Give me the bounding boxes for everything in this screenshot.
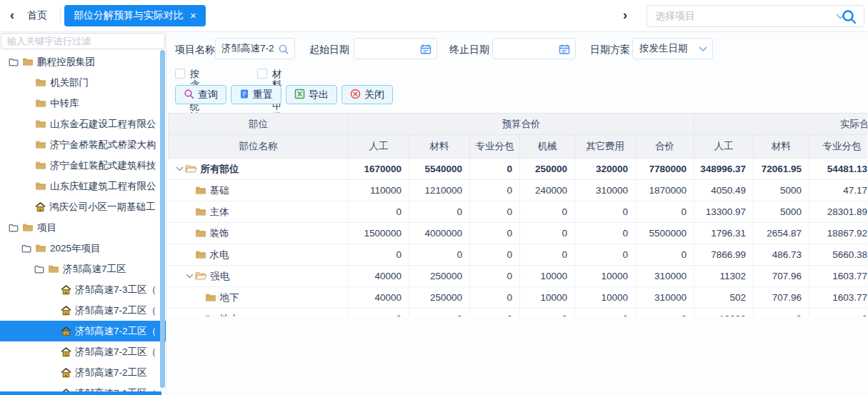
tree-item-label: 济邹高速7-2工区（ xyxy=(75,304,156,317)
tree-item[interactable]: 山东庆虹建筑工程有限公 xyxy=(0,176,166,196)
chevron-down-icon[interactable] xyxy=(699,46,707,52)
table-row[interactable]: 装饰1500000400000000055000001796.312654.87… xyxy=(169,223,868,244)
value-cell: 0 xyxy=(575,309,636,317)
value-cell: 0 xyxy=(470,180,520,201)
tree-item-label: 济邹高速7-2工区（ xyxy=(75,346,156,359)
tree-item-label: 2025年项目 xyxy=(50,242,101,255)
value-cell: 0 xyxy=(636,244,694,266)
tab-home[interactable]: 首页 xyxy=(27,9,47,22)
tree-item[interactable]: 济邹高速7工区 xyxy=(0,259,166,279)
collapse-caret-icon[interactable] xyxy=(174,166,185,171)
close-circle-icon xyxy=(350,89,361,101)
export-button-label: 导出 xyxy=(309,89,329,101)
tree-item[interactable]: 济邹高速7-2工区（ xyxy=(0,300,166,321)
table-row[interactable]: 地上0000001000000 xyxy=(169,309,868,317)
calendar-icon[interactable] xyxy=(559,44,570,55)
reset-button[interactable]: 重置 xyxy=(231,85,281,104)
value-cell: 10000 xyxy=(520,266,575,287)
tree-item-partial[interactable] xyxy=(0,391,161,395)
date-plan-select[interactable]: 按发生日期 xyxy=(632,38,713,59)
value-cell: 0 xyxy=(636,201,694,223)
calendar-icon[interactable] xyxy=(420,44,431,55)
value-cell: 310000 xyxy=(636,266,694,287)
tree-item[interactable]: 山东金石建设工程有限公 xyxy=(0,114,166,134)
value-cell: 47.17 xyxy=(809,180,867,201)
tree-filter-input[interactable] xyxy=(1,33,165,49)
expander-folder-icon[interactable] xyxy=(9,58,19,66)
column-header: 专业分包 xyxy=(470,135,520,159)
value-cell: 1796.31 xyxy=(694,223,754,244)
tree-item[interactable]: 2025年项目 xyxy=(0,238,166,259)
folder-icon xyxy=(195,250,206,259)
value-cell: 0 xyxy=(409,244,470,266)
part-name-label: 强电 xyxy=(211,270,230,283)
value-cell: 1603.77 xyxy=(809,266,867,287)
tree-item[interactable]: 中转库 xyxy=(0,93,166,114)
expander-folder-icon[interactable] xyxy=(34,265,44,274)
part-name-label: 地上 xyxy=(220,313,239,317)
start-date-input[interactable] xyxy=(354,38,437,59)
tax-included-checkbox[interactable] xyxy=(175,69,185,79)
value-cell: 0 xyxy=(349,244,409,266)
table-row[interactable]: 强电400002500000100001000031000011302707.9… xyxy=(169,266,868,287)
start-date-label: 起始日期 xyxy=(309,44,349,56)
part-name-label: 基础 xyxy=(210,184,229,197)
value-cell: 707.96 xyxy=(754,266,809,287)
tree-item[interactable]: 鹏程控股集团 xyxy=(0,51,166,72)
value-cell: 0 xyxy=(520,244,575,266)
value-cell: 0 xyxy=(636,309,694,317)
close-button[interactable]: 关闭 xyxy=(341,85,393,104)
expander-folder-icon[interactable] xyxy=(9,224,19,232)
material-supplied-checkbox[interactable] xyxy=(257,69,267,79)
value-cell: 5540000 xyxy=(409,159,470,180)
tab-active-budget-compare[interactable]: 部位分解预算与实际对比 × xyxy=(64,5,206,26)
table-row[interactable]: 基础1100001210000024000031000018700004050.… xyxy=(169,180,868,201)
value-cell: 54481.13 xyxy=(809,159,867,180)
value-cell: 0 xyxy=(349,201,409,223)
project-select[interactable]: 选择项目 xyxy=(647,5,864,27)
value-cell: 320000 xyxy=(575,159,636,180)
part-name-label: 地下 xyxy=(220,291,239,304)
tree-item[interactable]: 济宁金桥装配式桥梁大构 xyxy=(0,134,166,155)
close-tab-icon[interactable]: × xyxy=(190,11,196,21)
tree-item[interactable]: 济邹高速7-2工区（ xyxy=(0,321,166,341)
value-cell: 1870000 xyxy=(636,180,694,201)
value-cell: 72061.95 xyxy=(754,159,809,180)
value-cell: 250000 xyxy=(409,266,470,287)
end-date-input[interactable] xyxy=(492,38,576,59)
search-icon[interactable] xyxy=(841,9,857,25)
home-icon xyxy=(61,285,71,295)
value-cell: 0 xyxy=(754,309,809,317)
table-row[interactable]: 水电0000007866.99486.735660.38 xyxy=(169,244,868,266)
tree-item[interactable]: 机关部门 xyxy=(0,72,166,93)
value-cell: 7866.99 xyxy=(694,244,754,266)
tree-item-label: 济邹高速7工区 xyxy=(63,263,126,276)
tree-item[interactable]: 济邹高速7-3工区（ xyxy=(0,279,166,300)
query-button[interactable]: 查询 xyxy=(175,85,226,104)
value-cell: 1210000 xyxy=(409,180,470,201)
column-header: 其它费用 xyxy=(575,135,636,159)
project-name-input[interactable] xyxy=(215,38,295,59)
table-row[interactable]: 主体00000013300.97500028301.89 xyxy=(169,201,868,223)
table-row[interactable]: 地下4000025000001000010000310000502707.961… xyxy=(169,287,868,309)
tree-item[interactable]: 济邹高速7-2工区（ xyxy=(0,341,166,362)
part-name-cell: 所有部位 xyxy=(169,159,349,180)
value-cell: 310000 xyxy=(575,180,636,201)
search-icon[interactable] xyxy=(278,44,289,55)
value-cell: 10000 xyxy=(575,287,636,309)
column-header: 人工 xyxy=(349,135,409,159)
export-button[interactable]: 导出 xyxy=(286,85,337,104)
tree-item[interactable]: 项目 xyxy=(0,217,166,238)
part-name-cell: 装饰 xyxy=(169,223,349,244)
expander-folder-icon[interactable] xyxy=(21,244,31,253)
back-chevron-icon[interactable]: ‹ xyxy=(10,8,14,22)
forward-chevron-icon[interactable]: › xyxy=(623,8,627,22)
part-name-label: 水电 xyxy=(210,249,229,261)
table-row[interactable]: 所有部位167000055400000250000320000778000034… xyxy=(169,159,868,180)
sidebar-scrollbar[interactable] xyxy=(160,50,165,388)
tree-item[interactable]: 鸿庆公司小区一期基础工 xyxy=(0,196,166,217)
tree-item[interactable]: 济邹高速7-2工区 xyxy=(0,362,166,383)
collapse-caret-icon[interactable] xyxy=(184,274,195,279)
tree-item[interactable]: 济宁金虹装配式建筑科技 xyxy=(0,155,166,176)
folder-icon xyxy=(22,57,34,66)
